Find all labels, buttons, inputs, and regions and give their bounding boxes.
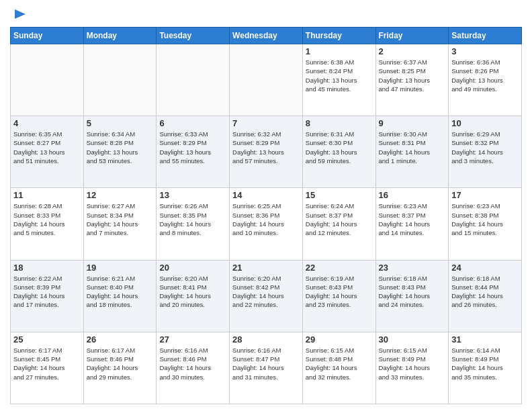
- day-info: Sunrise: 6:21 AM Sunset: 8:40 PM Dayligh…: [87, 274, 154, 310]
- calendar-week-row: 18Sunrise: 6:22 AM Sunset: 8:39 PM Dayli…: [11, 260, 522, 332]
- calendar-cell: [11, 44, 84, 116]
- calendar-week-row: 4Sunrise: 6:35 AM Sunset: 8:27 PM Daylig…: [11, 116, 522, 188]
- calendar-cell: 7Sunrise: 6:32 AM Sunset: 8:29 PM Daylig…: [230, 116, 303, 188]
- day-info: Sunrise: 6:25 AM Sunset: 8:36 PM Dayligh…: [232, 201, 300, 237]
- weekday-header-sunday: Sunday: [11, 28, 84, 44]
- day-info: Sunrise: 6:23 AM Sunset: 8:37 PM Dayligh…: [379, 201, 446, 237]
- day-number: 14: [232, 190, 300, 200]
- day-number: 20: [159, 263, 226, 273]
- day-number: 17: [451, 190, 519, 200]
- day-info: Sunrise: 6:27 AM Sunset: 8:34 PM Dayligh…: [87, 201, 154, 237]
- calendar-cell: 18Sunrise: 6:22 AM Sunset: 8:39 PM Dayli…: [11, 260, 84, 332]
- calendar-table: SundayMondayTuesdayWednesdayThursdayFrid…: [10, 27, 522, 404]
- day-info: Sunrise: 6:23 AM Sunset: 8:38 PM Dayligh…: [451, 201, 519, 237]
- day-number: 26: [87, 334, 154, 345]
- day-number: 30: [379, 334, 446, 345]
- calendar-cell: 2Sunrise: 6:37 AM Sunset: 8:25 PM Daylig…: [375, 44, 449, 116]
- calendar-week-row: 1Sunrise: 6:38 AM Sunset: 8:24 PM Daylig…: [11, 44, 522, 116]
- logo: [10, 7, 27, 21]
- day-info: Sunrise: 6:30 AM Sunset: 8:31 PM Dayligh…: [379, 130, 446, 165]
- day-info: Sunrise: 6:16 AM Sunset: 8:47 PM Dayligh…: [232, 346, 300, 381]
- calendar-cell: 4Sunrise: 6:35 AM Sunset: 8:27 PM Daylig…: [11, 116, 84, 188]
- day-info: Sunrise: 6:29 AM Sunset: 8:32 PM Dayligh…: [451, 130, 519, 165]
- calendar-cell: 19Sunrise: 6:21 AM Sunset: 8:40 PM Dayli…: [83, 260, 157, 332]
- day-info: Sunrise: 6:15 AM Sunset: 8:48 PM Dayligh…: [306, 346, 373, 381]
- day-info: Sunrise: 6:18 AM Sunset: 8:43 PM Dayligh…: [379, 274, 446, 310]
- day-number: 9: [379, 118, 446, 128]
- day-number: 19: [87, 263, 154, 273]
- day-number: 3: [451, 46, 519, 56]
- calendar-cell: 22Sunrise: 6:19 AM Sunset: 8:43 PM Dayli…: [302, 260, 375, 332]
- calendar-header-row: SundayMondayTuesdayWednesdayThursdayFrid…: [11, 28, 522, 44]
- day-info: Sunrise: 6:22 AM Sunset: 8:39 PM Dayligh…: [13, 274, 81, 310]
- calendar-cell: 25Sunrise: 6:17 AM Sunset: 8:45 PM Dayli…: [11, 332, 84, 404]
- calendar-cell: 5Sunrise: 6:34 AM Sunset: 8:28 PM Daylig…: [83, 116, 157, 188]
- weekday-header-tuesday: Tuesday: [157, 28, 230, 44]
- day-number: 21: [232, 263, 300, 273]
- day-info: Sunrise: 6:38 AM Sunset: 8:24 PM Dayligh…: [306, 58, 373, 93]
- day-number: 25: [13, 334, 81, 345]
- calendar-cell: 31Sunrise: 6:14 AM Sunset: 8:49 PM Dayli…: [449, 332, 522, 404]
- day-info: Sunrise: 6:28 AM Sunset: 8:33 PM Dayligh…: [13, 201, 81, 237]
- day-number: 31: [451, 334, 519, 345]
- calendar-cell: 6Sunrise: 6:33 AM Sunset: 8:29 PM Daylig…: [157, 116, 230, 188]
- day-info: Sunrise: 6:16 AM Sunset: 8:46 PM Dayligh…: [159, 346, 226, 381]
- calendar-week-row: 11Sunrise: 6:28 AM Sunset: 8:33 PM Dayli…: [11, 188, 522, 260]
- calendar-cell: 11Sunrise: 6:28 AM Sunset: 8:33 PM Dayli…: [11, 188, 84, 260]
- calendar-cell: [157, 44, 230, 116]
- calendar-cell: 10Sunrise: 6:29 AM Sunset: 8:32 PM Dayli…: [449, 116, 522, 188]
- day-info: Sunrise: 6:31 AM Sunset: 8:30 PM Dayligh…: [306, 130, 373, 165]
- day-info: Sunrise: 6:14 AM Sunset: 8:49 PM Dayligh…: [451, 346, 519, 381]
- weekday-header-monday: Monday: [83, 28, 157, 44]
- svg-marker-0: [15, 9, 26, 19]
- weekday-header-thursday: Thursday: [302, 28, 375, 44]
- calendar-cell: [230, 44, 303, 116]
- day-info: Sunrise: 6:17 AM Sunset: 8:45 PM Dayligh…: [13, 346, 81, 381]
- day-number: 23: [379, 263, 446, 273]
- calendar-cell: 3Sunrise: 6:36 AM Sunset: 8:26 PM Daylig…: [449, 44, 522, 116]
- day-info: Sunrise: 6:32 AM Sunset: 8:29 PM Dayligh…: [232, 130, 300, 165]
- day-number: 12: [87, 190, 154, 200]
- calendar-cell: 13Sunrise: 6:26 AM Sunset: 8:35 PM Dayli…: [157, 188, 230, 260]
- day-number: 29: [306, 334, 373, 345]
- day-number: 22: [306, 263, 373, 273]
- calendar-cell: 26Sunrise: 6:17 AM Sunset: 8:46 PM Dayli…: [83, 332, 157, 404]
- day-info: Sunrise: 6:20 AM Sunset: 8:41 PM Dayligh…: [159, 274, 226, 310]
- day-info: Sunrise: 6:24 AM Sunset: 8:37 PM Dayligh…: [306, 201, 373, 237]
- logo-flag-icon: [12, 7, 27, 21]
- day-info: Sunrise: 6:15 AM Sunset: 8:49 PM Dayligh…: [379, 346, 446, 381]
- day-number: 11: [13, 190, 81, 200]
- calendar-cell: 29Sunrise: 6:15 AM Sunset: 8:48 PM Dayli…: [302, 332, 375, 404]
- calendar-cell: 16Sunrise: 6:23 AM Sunset: 8:37 PM Dayli…: [375, 188, 449, 260]
- calendar-cell: 8Sunrise: 6:31 AM Sunset: 8:30 PM Daylig…: [302, 116, 375, 188]
- weekday-header-wednesday: Wednesday: [230, 28, 303, 44]
- day-number: 7: [232, 118, 300, 128]
- day-number: 4: [13, 118, 81, 128]
- day-number: 10: [451, 118, 519, 128]
- day-number: 27: [159, 334, 226, 345]
- calendar-week-row: 25Sunrise: 6:17 AM Sunset: 8:45 PM Dayli…: [11, 332, 522, 404]
- page: SundayMondayTuesdayWednesdayThursdayFrid…: [0, 0, 532, 411]
- day-number: 5: [87, 118, 154, 128]
- calendar-cell: 24Sunrise: 6:18 AM Sunset: 8:44 PM Dayli…: [449, 260, 522, 332]
- day-info: Sunrise: 6:36 AM Sunset: 8:26 PM Dayligh…: [451, 58, 519, 93]
- day-info: Sunrise: 6:33 AM Sunset: 8:29 PM Dayligh…: [159, 130, 226, 165]
- calendar-cell: 1Sunrise: 6:38 AM Sunset: 8:24 PM Daylig…: [302, 44, 375, 116]
- day-number: 13: [159, 190, 226, 200]
- day-info: Sunrise: 6:35 AM Sunset: 8:27 PM Dayligh…: [13, 130, 81, 165]
- day-info: Sunrise: 6:18 AM Sunset: 8:44 PM Dayligh…: [451, 274, 519, 310]
- calendar-cell: 17Sunrise: 6:23 AM Sunset: 8:38 PM Dayli…: [449, 188, 522, 260]
- header: [10, 7, 522, 21]
- day-number: 15: [306, 190, 373, 200]
- day-number: 16: [379, 190, 446, 200]
- day-number: 1: [306, 46, 373, 56]
- calendar-cell: 12Sunrise: 6:27 AM Sunset: 8:34 PM Dayli…: [83, 188, 157, 260]
- calendar-cell: 14Sunrise: 6:25 AM Sunset: 8:36 PM Dayli…: [230, 188, 303, 260]
- day-info: Sunrise: 6:19 AM Sunset: 8:43 PM Dayligh…: [306, 274, 373, 310]
- day-info: Sunrise: 6:37 AM Sunset: 8:25 PM Dayligh…: [379, 58, 446, 93]
- day-info: Sunrise: 6:34 AM Sunset: 8:28 PM Dayligh…: [87, 130, 154, 165]
- weekday-header-saturday: Saturday: [449, 28, 522, 44]
- day-number: 2: [379, 46, 446, 56]
- calendar-cell: 23Sunrise: 6:18 AM Sunset: 8:43 PM Dayli…: [375, 260, 449, 332]
- day-info: Sunrise: 6:20 AM Sunset: 8:42 PM Dayligh…: [232, 274, 300, 310]
